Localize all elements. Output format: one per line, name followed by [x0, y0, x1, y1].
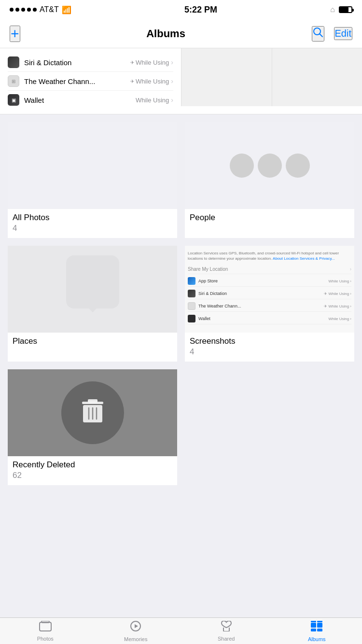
battery-indicator: [339, 6, 352, 13]
album-thumbnail: [8, 246, 177, 333]
share-my-location-row: Share My Location ›: [188, 265, 351, 274]
app-name: App Store: [198, 279, 328, 283]
album-people[interactable]: People: [185, 122, 354, 238]
nav-right: Edit: [312, 26, 352, 42]
app-name-label: Wallet: [24, 96, 136, 104]
location-status: ✈ While Using: [130, 59, 169, 66]
album-thumbnail: Location Services uses GPS, Bluetooth, a…: [185, 246, 354, 333]
deleted-circle: [61, 381, 124, 444]
trash-icon: [78, 396, 107, 430]
nav-arrow-icon: ✈: [130, 60, 134, 65]
album-count: 4: [13, 224, 172, 233]
album-thumbnail: [8, 369, 177, 456]
svg-rect-12: [311, 623, 316, 628]
chevron-right-icon: ›: [171, 96, 173, 104]
svg-rect-8: [40, 622, 51, 631]
album-info: Places: [8, 333, 177, 351]
app-status: ✈ While Using ›: [324, 304, 351, 308]
memories-tab-icon: [130, 620, 141, 632]
app-icon-weather: ⊞: [8, 75, 19, 87]
tab-albums[interactable]: Albums: [272, 620, 362, 642]
screenshot-app-row: Wallet While Using ›: [188, 313, 351, 324]
album-info: People: [185, 209, 354, 227]
tab-shared[interactable]: Shared: [181, 621, 272, 642]
svg-line-1: [320, 34, 322, 37]
status-text: While Using: [136, 97, 169, 104]
album-thumbnail: [185, 122, 354, 209]
svg-rect-3: [88, 399, 97, 403]
app-name: Wallet: [198, 316, 328, 321]
person-circle: [230, 154, 254, 178]
share-my-location-label: Share My Location: [188, 266, 228, 272]
chevron-right-icon: ›: [350, 266, 351, 272]
album-recently-deleted[interactable]: Recently Deleted 62: [8, 369, 177, 485]
album-name: All Photos: [13, 213, 172, 223]
shared-icon: [220, 621, 233, 634]
status-right: ⌂: [330, 5, 352, 14]
app-icon-siri: [188, 290, 195, 297]
album-screenshots[interactable]: Location Services uses GPS, Bluetooth, a…: [185, 246, 354, 362]
album-places[interactable]: Places: [8, 246, 177, 362]
tab-memories[interactable]: Memories: [91, 620, 181, 642]
people-circles: [220, 144, 320, 187]
app-name-label: Siri & Dictation: [24, 58, 130, 67]
tab-label-photos: Photos: [37, 636, 54, 642]
app-icon-appstore: [188, 277, 195, 285]
wifi-icon: 📶: [62, 5, 71, 14]
photos-tab-icon: [39, 621, 52, 631]
speech-bubble: [66, 255, 119, 308]
nav-arrow-icon: ✈: [130, 79, 134, 84]
tab-label-albums: Albums: [308, 636, 326, 642]
album-thumbnail: [8, 122, 177, 209]
album-info: Recently Deleted 62: [8, 456, 177, 485]
signal-dot: [33, 8, 37, 12]
app-icon-weather: [188, 302, 195, 310]
app-status: While Using ›: [328, 279, 351, 283]
tab-bar: Photos Memories Shared: [0, 617, 362, 644]
signal-dot: [21, 8, 25, 12]
screenshot-app-row: App Store While Using ›: [188, 276, 351, 287]
search-icon: [313, 27, 323, 38]
album-all-photos[interactable]: All Photos 4: [8, 122, 177, 238]
content-area: Siri & Dictation ✈ While Using › ⊞ The W…: [0, 48, 362, 617]
app-icon-wallet: ▣: [8, 94, 19, 106]
svg-rect-17: [317, 621, 322, 622]
location-status: While Using: [136, 97, 169, 104]
signal-dot: [15, 8, 19, 12]
album-name: Recently Deleted: [13, 460, 172, 470]
svg-rect-16: [311, 621, 316, 622]
carrier-label: AT&T: [40, 5, 59, 14]
location-status: ✈ While Using: [130, 78, 169, 85]
preview-cell-2: [272, 48, 362, 106]
album-count: 62: [13, 471, 172, 480]
location-list-preview: Siri & Dictation ✈ While Using › ⊞ The W…: [0, 48, 181, 114]
album-name: Screenshots: [190, 336, 349, 346]
album-info: Screenshots 4: [185, 333, 354, 362]
app-name: Siri & Dictation: [198, 291, 324, 296]
screenshot-app-row: Siri & Dictation ✈ While Using ›: [188, 288, 351, 299]
status-left: AT&T 📶: [10, 5, 71, 14]
tab-photos[interactable]: Photos: [0, 621, 91, 642]
bluetooth-icon: ⌂: [330, 5, 335, 14]
add-button[interactable]: +: [10, 26, 20, 42]
chevron-right-icon: ›: [171, 77, 173, 85]
photos-icon: [39, 621, 52, 634]
status-text: While Using: [136, 78, 169, 85]
list-item[interactable]: ⊞ The Weather Chann... ✈ While Using ›: [8, 72, 173, 91]
list-item[interactable]: ▣ Wallet While Using ›: [8, 91, 173, 109]
status-bar: AT&T 📶 5:22 PM ⌂: [0, 0, 362, 19]
tab-label-shared: Shared: [218, 636, 235, 642]
person-circle: [286, 154, 310, 178]
location-info-link: About Location Services & Privacy...: [273, 256, 334, 261]
preview-cell-1: [181, 48, 272, 106]
list-item[interactable]: Siri & Dictation ✈ While Using ›: [8, 53, 173, 72]
app-name-label: The Weather Chann...: [24, 77, 130, 85]
tab-label-memories: Memories: [124, 636, 147, 642]
memories-icon: [130, 620, 141, 635]
screenshot-app-row: The Weather Chann... ✈ While Using ›: [188, 301, 351, 312]
top-strip-right-cells: [181, 48, 362, 114]
svg-rect-15: [317, 629, 322, 631]
albums-icon: [310, 620, 323, 635]
edit-button[interactable]: Edit: [334, 27, 352, 40]
search-button[interactable]: [312, 26, 324, 42]
